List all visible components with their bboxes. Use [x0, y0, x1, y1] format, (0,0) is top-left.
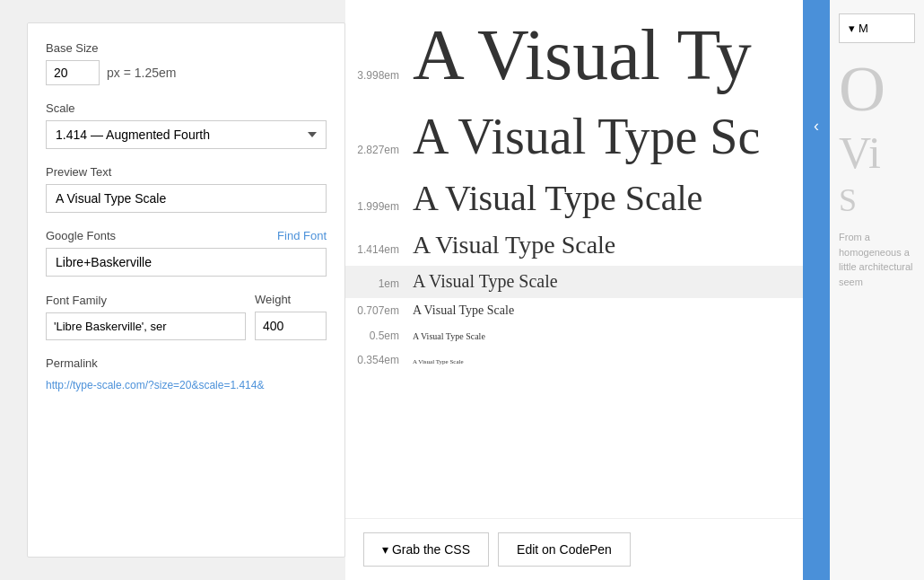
scale-row: 2.827emA Visual Type Sc	[345, 102, 803, 171]
base-size-row: px = 1.25em	[46, 60, 327, 85]
right-large-s: S	[839, 184, 915, 216]
permalink-link[interactable]: http://type-scale.com/?size=20&scale=1.4…	[46, 379, 327, 391]
preview-text-group: Preview Text	[46, 165, 327, 213]
scale-row: 1.414emA Visual Type Scale	[345, 225, 803, 266]
toggle-panel[interactable]: ‹	[803, 0, 830, 580]
left-panel: Base Size px = 1.25em Scale 1.414 — Augm…	[27, 22, 345, 558]
permalink-label: Permalink	[46, 356, 327, 370]
preview-text-input[interactable]	[46, 184, 327, 213]
scale-row: 1emA Visual Type Scale	[345, 266, 803, 298]
weight-label: Weight	[255, 293, 327, 306]
scale-text-preview: A Visual Type Scale	[413, 271, 803, 292]
permalink-section: Permalink http://type-scale.com/?size=20…	[46, 356, 327, 391]
google-fonts-header: Google Fonts Find Font	[46, 229, 327, 242]
scale-row: 0.354emA Visual Type Scale	[345, 348, 803, 373]
scale-em-label: 0.707em	[345, 304, 413, 317]
right-description: From a homogeneous a little architectura…	[839, 230, 915, 289]
scale-select[interactable]: 1.414 — Augmented Fourth 1.067 — Minor S…	[46, 120, 327, 149]
scale-row: 0.5emA Visual Type Scale	[345, 324, 803, 348]
weight-input[interactable]	[255, 312, 327, 340]
scale-em-label: 0.354em	[345, 354, 413, 366]
font-family-label: Font Family	[46, 294, 246, 307]
google-fonts-group: Google Fonts Find Font	[46, 229, 327, 277]
find-font-link[interactable]: Find Font	[277, 229, 327, 242]
scale-text-preview: A Visual Type Sc	[413, 108, 803, 165]
weight-group: Weight	[255, 293, 327, 340]
scale-text-preview: A Visual Type Scale	[413, 231, 803, 259]
scale-em-label: 3.998em	[345, 69, 413, 82]
bottom-buttons: ▾ Grab the CSS Edit on CodePen	[345, 518, 803, 580]
preview-text-label: Preview Text	[46, 165, 327, 179]
chevron-down-icon: ▾	[849, 22, 855, 35]
scale-row: 3.998emA Visual Ty	[345, 9, 803, 102]
grab-css-button[interactable]: ▾ Grab the CSS	[363, 532, 489, 567]
right-panel-btn-label: M	[859, 22, 868, 35]
right-large-o: O	[839, 57, 915, 121]
base-size-unit: px = 1.25em	[107, 66, 176, 80]
scale-text-preview: A Visual Ty	[413, 14, 803, 96]
base-size-label: Base Size	[46, 41, 327, 55]
google-fonts-input[interactable]	[46, 248, 327, 277]
base-size-input[interactable]	[46, 60, 100, 85]
scale-label: Scale	[46, 101, 327, 115]
scale-row: 0.707emA Visual Type Scale	[345, 298, 803, 324]
middle-panel: 3.998emA Visual Ty2.827emA Visual Type S…	[345, 0, 803, 580]
scale-text-preview: A Visual Type Scale	[413, 177, 803, 219]
right-panel-dropdown-button[interactable]: ▾ M	[839, 13, 915, 43]
right-panel: ▾ M O Vi S From a homogeneous a little a…	[830, 0, 924, 580]
google-fonts-label: Google Fonts	[46, 229, 116, 242]
scale-em-label: 1em	[345, 277, 413, 290]
edit-codepen-button[interactable]: Edit on CodePen	[498, 532, 631, 567]
right-large-vi: Vi	[839, 130, 915, 175]
scale-group: Scale 1.414 — Augmented Fourth 1.067 — M…	[46, 101, 327, 149]
scale-em-label: 1.414em	[345, 243, 413, 256]
base-size-group: Base Size px = 1.25em	[46, 41, 327, 85]
font-family-group: Font Family	[46, 294, 246, 340]
font-family-weight-row: Font Family Weight	[46, 293, 327, 340]
scale-text-preview: A Visual Type Scale	[413, 303, 803, 318]
scale-row: 1.999emA Visual Type Scale	[345, 171, 803, 225]
toggle-arrow-icon: ‹	[814, 117, 819, 136]
scale-text-preview: A Visual Type Scale	[413, 358, 803, 365]
scale-em-label: 1.999em	[345, 200, 413, 213]
scale-em-label: 2.827em	[345, 144, 413, 156]
scale-em-label: 0.5em	[345, 330, 413, 342]
scale-text-preview: A Visual Type Scale	[413, 331, 803, 341]
type-scale-list: 3.998emA Visual Ty2.827emA Visual Type S…	[345, 0, 803, 518]
font-family-input[interactable]	[46, 312, 246, 340]
